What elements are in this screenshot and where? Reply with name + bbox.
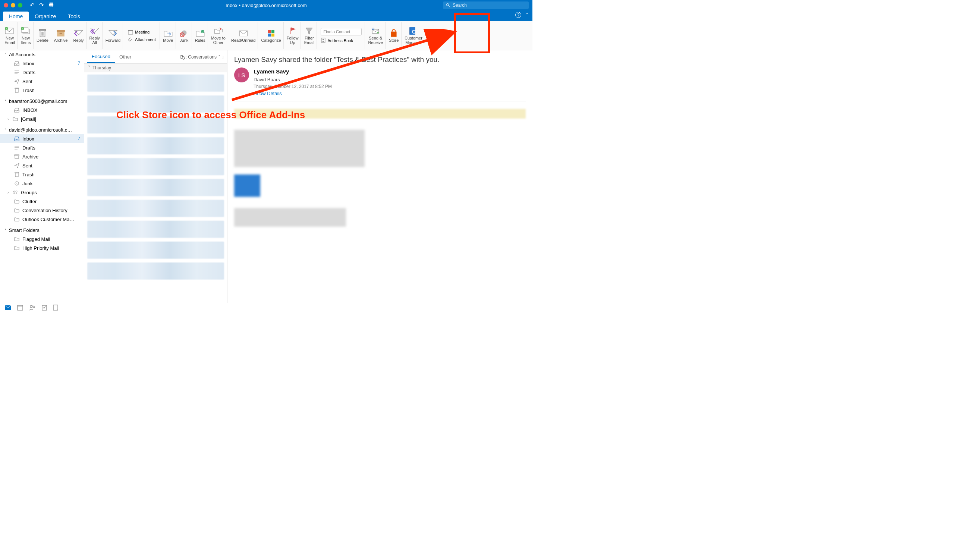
sidebar-sent[interactable]: Sent <box>0 77 84 86</box>
message-item[interactable] <box>87 200 224 217</box>
svg-point-57 <box>30 306 33 307</box>
redo-icon[interactable]: ↷ <box>39 2 44 9</box>
categorize-button[interactable]: Categorize <box>259 22 283 49</box>
calendar-nav-icon[interactable] <box>17 305 23 312</box>
sidebar-pldco-conv-history[interactable]: Conversation History <box>0 206 84 215</box>
rules-icon: ✓ <box>195 29 205 38</box>
tab-home[interactable]: Home <box>3 12 29 21</box>
date-group-header[interactable]: ˅Thursday <box>84 64 227 72</box>
customer-manager-button[interactable]: C Customer Manager <box>402 22 425 49</box>
message-list: Focused Other By: Conversations ˅ ↓ ˅Thu… <box>84 50 227 303</box>
svg-rect-29 <box>272 30 275 33</box>
show-details-link[interactable]: Show Details <box>253 90 332 97</box>
notes-nav-icon[interactable] <box>53 305 58 312</box>
sidebar-all-accounts[interactable]: ˅All Accounts <box>0 50 84 59</box>
minimize-window-button[interactable] <box>11 3 15 8</box>
folder-icon <box>13 207 20 213</box>
junk-button[interactable]: Junk <box>177 22 192 49</box>
message-item[interactable] <box>87 116 224 133</box>
archive-icon <box>56 29 66 38</box>
move-to-other-button[interactable]: Move to Other <box>209 22 228 49</box>
meeting-attachment-group: Meeting Attachment <box>124 22 160 49</box>
message-item[interactable] <box>87 221 224 238</box>
svg-rect-17 <box>57 30 65 32</box>
print-icon[interactable] <box>48 2 54 9</box>
focused-tab[interactable]: Focused <box>87 51 115 63</box>
filter-email-button[interactable]: Filter Email <box>302 22 317 49</box>
svg-point-33 <box>323 39 324 40</box>
reply-all-button[interactable]: Reply All <box>87 22 102 49</box>
send-receive-button[interactable]: Send & Receive <box>366 22 385 49</box>
rules-button[interactable]: ✓ Rules <box>193 22 208 49</box>
message-item[interactable] <box>87 74 224 92</box>
sidebar-gmail-folder[interactable]: ›[Gmail] <box>0 115 84 123</box>
mail-nav-icon[interactable] <box>5 305 11 312</box>
find-contact-input[interactable] <box>321 28 362 36</box>
window-title: Inbox • david@pldco.onmicrosoft.com <box>225 3 307 8</box>
sidebar-pldco-clutter[interactable]: Clutter <box>0 197 84 206</box>
delete-button[interactable]: Delete <box>34 22 51 49</box>
archive-sm-icon <box>13 154 20 160</box>
sidebar-pldco-archive[interactable]: Archive <box>0 152 84 161</box>
message-item[interactable] <box>87 179 224 196</box>
search-icon <box>446 3 450 8</box>
message-item[interactable] <box>87 158 224 175</box>
search-box[interactable]: Search <box>443 2 529 9</box>
follow-up-button[interactable]: Follow Up <box>284 22 301 49</box>
undo-icon[interactable]: ↶ <box>30 2 35 9</box>
inbox-icon <box>13 107 20 113</box>
sender-avatar[interactable]: LS <box>234 67 249 82</box>
sort-dropdown[interactable]: By: Conversations ˅ ↓ <box>180 54 224 60</box>
message-item[interactable] <box>87 262 224 280</box>
message-item[interactable] <box>87 242 224 259</box>
new-items-button[interactable]: + New Items <box>18 22 34 49</box>
tab-organize[interactable]: Organize <box>29 12 62 21</box>
store-icon <box>388 29 399 38</box>
sidebar-pldco-inbox[interactable]: Inbox7 <box>0 134 84 143</box>
address-book-button[interactable]: Address Book <box>321 38 362 43</box>
sidebar-account-gmail[interactable]: ˅baarstron5000@gmail.com <box>0 97 84 105</box>
ribbon: + New Email + New Items Delete Archive R… <box>0 21 532 50</box>
inbox-icon <box>13 60 20 67</box>
reply-all-icon <box>90 26 100 36</box>
sidebar-inbox[interactable]: Inbox7 <box>0 59 84 68</box>
sent-icon <box>13 78 20 84</box>
zoom-window-button[interactable] <box>18 3 22 8</box>
move-folder-icon <box>163 29 173 38</box>
close-window-button[interactable] <box>4 3 8 8</box>
sidebar-high-priority[interactable]: High Priority Mail <box>0 244 84 253</box>
forward-button[interactable]: Forward <box>103 22 123 49</box>
people-nav-icon[interactable] <box>29 305 36 312</box>
sidebar-flagged-mail[interactable]: Flagged Mail <box>0 234 84 244</box>
sidebar-pldco-ocm[interactable]: Outlook Customer Ma… <box>0 215 84 224</box>
help-icon[interactable]: ? <box>515 12 521 18</box>
store-button[interactable]: Store <box>386 22 402 49</box>
message-item[interactable] <box>87 137 224 154</box>
sidebar-pldco-groups[interactable]: ›Groups <box>0 188 84 197</box>
recipient-name: David Baars <box>253 76 332 84</box>
message-list-header: Focused Other By: Conversations ˅ ↓ <box>84 50 227 64</box>
svg-point-53 <box>16 191 17 192</box>
archive-button[interactable]: Archive <box>52 22 70 49</box>
sidebar-pldco-drafts[interactable]: Drafts <box>0 143 84 152</box>
other-tab[interactable]: Other <box>115 51 136 63</box>
sidebar-trash[interactable]: Trash <box>0 86 84 95</box>
sidebar-pldco-junk[interactable]: Junk <box>0 179 84 188</box>
sidebar-smart-folders[interactable]: ˅Smart Folders <box>0 226 84 234</box>
sidebar-gmail-inbox[interactable]: INBOX <box>0 105 84 115</box>
message-item[interactable] <box>87 95 224 113</box>
move-button[interactable]: Move <box>161 22 176 49</box>
read-unread-button[interactable]: Read/Unread <box>229 22 258 49</box>
collapse-ribbon-icon[interactable]: ˄ <box>526 12 529 19</box>
tab-tools[interactable]: Tools <box>62 12 86 21</box>
reply-button[interactable]: Reply <box>71 22 86 49</box>
meeting-button[interactable]: Meeting <box>126 28 157 36</box>
forward-icon <box>108 29 118 38</box>
sidebar-pldco-trash[interactable]: Trash <box>0 170 84 179</box>
attachment-button[interactable]: Attachment <box>126 36 157 43</box>
sidebar-account-pldco[interactable]: ˅david@pldco.onmicrosoft.c… <box>0 126 84 134</box>
sidebar-pldco-sent[interactable]: Sent <box>0 161 84 170</box>
new-email-button[interactable]: + New Email <box>2 22 17 49</box>
sidebar-drafts[interactable]: Drafts <box>0 68 84 77</box>
tasks-nav-icon[interactable] <box>42 305 47 312</box>
